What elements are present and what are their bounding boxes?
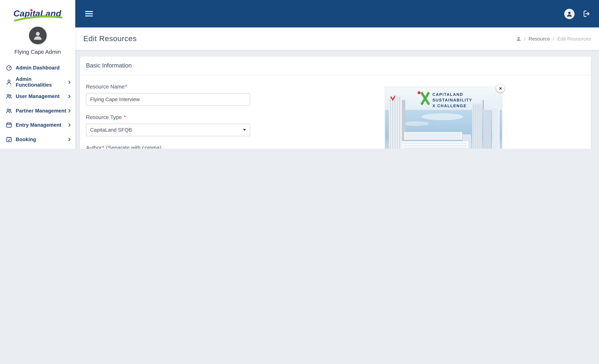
dashboard-icon bbox=[5, 65, 13, 71]
resource-name-label: Resource Name* bbox=[86, 84, 250, 90]
basic-information-card: Basic Information Resource Name* Resourc… bbox=[80, 56, 591, 149]
main-area: Edit Resources / Resource / Edit Resourc… bbox=[75, 0, 599, 149]
sidebar-item-label: Admin Functionalities bbox=[16, 76, 68, 88]
photo-caption-line: SUSTAINABILITY bbox=[432, 98, 472, 102]
app-window: CapitaLand Flying Cape Admin Admin Dashb… bbox=[0, 0, 599, 149]
sidebar-item-label: User Management bbox=[16, 94, 68, 99]
sidebar-item-booking[interactable]: Booking bbox=[0, 132, 75, 147]
profile-block: Flying Cape Admin bbox=[0, 26, 75, 55]
resource-name-input[interactable] bbox=[86, 93, 250, 106]
hamburger-icon bbox=[85, 11, 93, 17]
feature-photo-image: CAPITALAND SUSTAINABILITY X CHALLENGE bbox=[385, 87, 502, 149]
author-label: Author*(Separate with comma) bbox=[86, 144, 250, 149]
capitaland-logo: CapitaLand bbox=[0, 0, 75, 24]
photo-caption-line: X CHALLENGE bbox=[432, 104, 467, 108]
user-avatar[interactable] bbox=[28, 26, 47, 45]
sign-out-icon bbox=[583, 10, 590, 18]
menu-toggle-button[interactable] bbox=[84, 9, 94, 18]
sidebar-item-label: Partner Management bbox=[16, 108, 68, 114]
admin-name: Flying Cape Admin bbox=[14, 49, 61, 55]
resource-type-select[interactable]: CapitaLand SFQB bbox=[86, 124, 250, 136]
chevron-right-icon bbox=[68, 80, 71, 84]
chevron-right-icon bbox=[68, 109, 71, 113]
breadcrumb-separator: / bbox=[524, 36, 526, 42]
chevron-right-icon bbox=[68, 94, 71, 99]
breadcrumb-current: Edit Resources bbox=[557, 36, 591, 42]
sidebar-item-label: Entry Management bbox=[16, 122, 68, 128]
logo-i-dot bbox=[30, 9, 32, 11]
sidebar-item-admin-functionalities[interactable]: Admin Functionalities bbox=[0, 75, 75, 89]
person-icon bbox=[566, 10, 573, 17]
author-hint: (Separate with comma) bbox=[106, 144, 161, 149]
breadcrumb: / Resource / Edit Resources bbox=[516, 36, 591, 42]
calendar-check-icon bbox=[5, 136, 13, 143]
calendar-icon bbox=[5, 122, 13, 128]
topbar-right bbox=[564, 8, 591, 19]
remove-photo-button[interactable]: × bbox=[496, 84, 505, 93]
users-icon bbox=[5, 108, 13, 114]
breadcrumb-separator: / bbox=[553, 36, 554, 42]
sidebar-item-admin-dashboard[interactable]: Admin Dashboard bbox=[0, 61, 75, 75]
sidebar-item-user-management[interactable]: User Management bbox=[0, 89, 75, 104]
topbar bbox=[75, 0, 599, 27]
required-asterisk: * bbox=[125, 84, 127, 90]
sign-out-button[interactable] bbox=[582, 9, 591, 18]
feature-photo-column: CAPITALAND SUSTAINABILITY X CHALLENGE bbox=[385, 87, 502, 149]
sidebar-item-entry-management[interactable]: Entry Management bbox=[0, 118, 75, 132]
account-avatar-button[interactable] bbox=[564, 8, 574, 19]
author-group: Author*(Separate with comma) bbox=[86, 144, 250, 149]
sidebar-menu: Admin Dashboard Admin Functionalities Us… bbox=[0, 61, 75, 149]
sidebar-item-resources[interactable]: Resources bbox=[0, 146, 75, 149]
chevron-right-icon bbox=[68, 123, 71, 127]
feature-photo-preview: CAPITALAND SUSTAINABILITY X CHALLENGE bbox=[385, 87, 502, 149]
card-title: Basic Information bbox=[80, 56, 591, 75]
sidebar-item-partner-management[interactable]: Partner Management bbox=[0, 104, 75, 118]
required-asterisk: * bbox=[102, 144, 104, 149]
resource-type-label: Resource Type* bbox=[86, 114, 250, 120]
close-icon: × bbox=[499, 86, 502, 91]
sidebar: CapitaLand Flying Cape Admin Admin Dashb… bbox=[0, 0, 75, 149]
resource-type-group: Resource Type* CapitaLand SFQB bbox=[86, 114, 250, 136]
resource-name-group: Resource Name* bbox=[86, 84, 250, 106]
sidebar-item-label: Admin Dashboard bbox=[16, 65, 71, 71]
sidebar-item-label: Booking bbox=[16, 136, 68, 142]
breadcrumb-resource[interactable]: Resource bbox=[529, 36, 550, 42]
chevron-right-icon bbox=[68, 137, 71, 142]
photo-caption-line: CAPITALAND bbox=[432, 92, 463, 97]
user-icon bbox=[5, 79, 13, 85]
page-title: Edit Resources bbox=[83, 34, 137, 43]
card-body: Resource Name* Resource Type* CapitaLand… bbox=[80, 75, 591, 149]
page-header: Edit Resources / Resource / Edit Resourc… bbox=[75, 27, 599, 50]
person-icon bbox=[32, 30, 43, 41]
required-asterisk: * bbox=[124, 114, 126, 120]
content-area: Basic Information Resource Name* Resourc… bbox=[75, 50, 599, 149]
users-icon bbox=[5, 93, 13, 100]
person-icon bbox=[516, 36, 521, 41]
